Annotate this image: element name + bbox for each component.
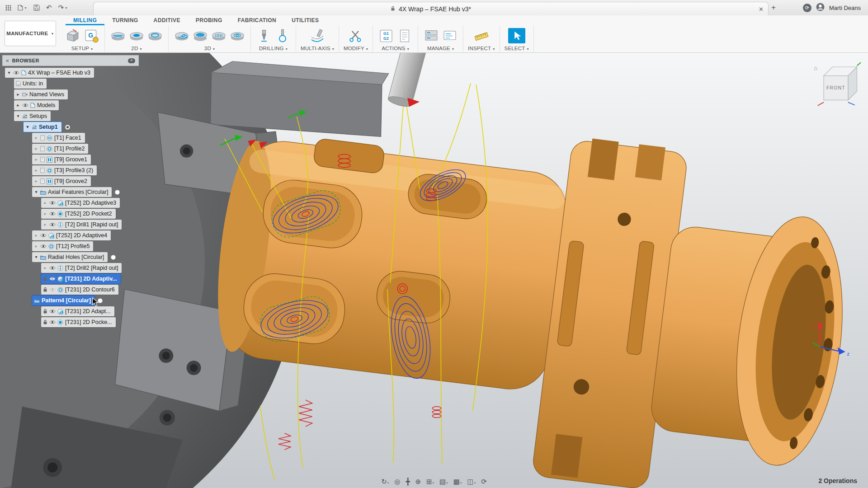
visibility-eye-icon[interactable] bbox=[40, 244, 47, 249]
tree-row-t2-drill2-rapid-out[interactable]: ▸[T2] Drill2 [Rapid out] bbox=[2, 263, 139, 273]
document-tab[interactable]: 4X Wrap – FSAE Hub v3* ✕ bbox=[93, 2, 769, 15]
post-g1g2-icon[interactable]: G1G2 bbox=[377, 28, 395, 43]
zoom-button[interactable]: ⊕ bbox=[414, 477, 422, 486]
browser-options-icon[interactable]: ≡ bbox=[128, 58, 135, 63]
ribbon-group-label-select[interactable]: SELECT bbox=[505, 46, 529, 51]
ribbon-tab-additive[interactable]: ADDITIVE bbox=[146, 15, 188, 25]
ribbon-group-label-2d[interactable]: 2D bbox=[131, 46, 142, 51]
pocket-3d-icon[interactable] bbox=[192, 28, 209, 43]
tree-row-t252-2d-adaptive4[interactable]: ▸[T252] 2D Adaptive4 bbox=[2, 230, 139, 241]
redo-icon[interactable]: ↷▼ bbox=[58, 4, 68, 12]
ribbon-group-label-modify[interactable]: MODIFY bbox=[344, 46, 368, 51]
tree-row-4x-wrap-fsae-hub-v3[interactable]: ▾4X Wrap – FSAE Hub v3 bbox=[2, 67, 139, 78]
visibility-eye-icon[interactable] bbox=[49, 309, 56, 314]
tree-row-axial-features-circular[interactable]: ▾Axial Features [Circular] bbox=[2, 187, 139, 197]
parallel-3d-icon[interactable] bbox=[210, 28, 227, 43]
tree-row-t231-2d-pocke[interactable]: [T231] 2D Pocke... bbox=[2, 317, 139, 328]
radio-selected-icon[interactable] bbox=[65, 124, 71, 130]
tree-row-t231-2d-adapt[interactable]: [T231] 2D Adapt... bbox=[2, 306, 139, 317]
ribbon-group-label-multi-axis[interactable]: MULTI-AXIS bbox=[301, 46, 334, 51]
tree-row-t252-2d-pocket2[interactable]: ▸[T252] 2D Pocket2 bbox=[2, 208, 139, 219]
ribbon-group-label-setup[interactable]: SETUP bbox=[71, 46, 93, 51]
measure-icon[interactable] bbox=[473, 28, 490, 43]
expand-arrow-icon[interactable]: ▸ bbox=[34, 168, 38, 173]
expand-arrow-icon[interactable]: ▾ bbox=[25, 125, 30, 129]
ribbon-tab-utilities[interactable]: UTILITIES bbox=[284, 15, 326, 25]
viewports-button[interactable]: ◫▾ bbox=[466, 477, 477, 486]
pocket-2d-icon[interactable] bbox=[128, 28, 145, 43]
tree-row-t252-2d-adaptive3[interactable]: ▸[T252] 2D Adaptive3 bbox=[2, 197, 139, 208]
select-cursor-icon[interactable] bbox=[508, 28, 525, 43]
job-status-icon[interactable]: ⟳ bbox=[803, 4, 811, 12]
swarf-icon[interactable] bbox=[309, 28, 326, 43]
app-grid-icon[interactable] bbox=[5, 5, 11, 11]
lock-icon[interactable] bbox=[43, 319, 47, 325]
tree-row-t1-profile2[interactable]: ▸[T1] Profile2 bbox=[2, 143, 139, 154]
bore-icon[interactable] bbox=[274, 28, 291, 43]
expand-arrow-icon[interactable]: ▸ bbox=[34, 146, 38, 151]
setup-sheet-icon[interactable] bbox=[396, 28, 413, 43]
save-icon[interactable] bbox=[33, 5, 40, 11]
tree-row-t231-2d-adaptiv[interactable]: [T231] 2D Adaptiv... bbox=[2, 273, 139, 284]
tree-row-t9-groove1[interactable]: ▸[T9] Groove1 bbox=[2, 154, 139, 165]
ribbon-group-label-3d[interactable]: 3D bbox=[204, 46, 215, 51]
tree-row-models[interactable]: ▸Models bbox=[2, 100, 139, 111]
tree-row-t3-profile3-2[interactable]: ▸[T3] Profile3 (2) bbox=[2, 165, 139, 176]
workspace-selector[interactable]: MANUFACTURE bbox=[5, 21, 56, 46]
expand-arrow-icon[interactable]: ▾ bbox=[16, 114, 20, 118]
expand-arrow-icon[interactable]: ▸ bbox=[34, 233, 38, 238]
drill-icon[interactable] bbox=[255, 28, 273, 43]
visibility-eye-icon[interactable] bbox=[22, 103, 28, 108]
visibility-off-icon[interactable] bbox=[49, 287, 56, 292]
new-tab-button[interactable]: + bbox=[771, 3, 776, 12]
trim-toolpath-icon[interactable] bbox=[347, 28, 364, 43]
expand-arrow-icon[interactable]: ▸ bbox=[43, 211, 47, 216]
ribbon-group-label-drilling[interactable]: DRILLING bbox=[259, 46, 288, 51]
post-process-icon[interactable]: G bbox=[83, 28, 100, 43]
tree-row-named-views[interactable]: ▸Named Views bbox=[2, 89, 139, 100]
lock-icon[interactable] bbox=[43, 276, 47, 282]
tree-row-t2-drill1-rapid-out[interactable]: ▸[T2] Drill1 [Rapid out] bbox=[2, 219, 139, 230]
fit-button[interactable]: ⊞▾ bbox=[425, 477, 435, 486]
expand-arrow-icon[interactable]: ▸ bbox=[43, 201, 47, 205]
radio-icon[interactable] bbox=[110, 254, 116, 260]
file-menu-icon[interactable]: ▼ bbox=[18, 5, 27, 11]
undo-icon[interactable]: ↶ bbox=[46, 4, 52, 12]
contour-2d-icon[interactable] bbox=[146, 28, 164, 43]
ribbon-tab-fabrication[interactable]: FABRICATION bbox=[230, 15, 284, 25]
user-name[interactable]: Marti Deans bbox=[829, 5, 861, 11]
visibility-eye-icon[interactable] bbox=[49, 222, 56, 227]
tree-row-units-in[interactable]: Units: in bbox=[2, 78, 139, 89]
collapse-arrow-icon[interactable]: ▸ bbox=[16, 103, 20, 108]
visibility-off-icon[interactable] bbox=[49, 277, 56, 281]
pan-button[interactable]: ╋ bbox=[404, 477, 411, 486]
orbit-button[interactable]: ↻▾ bbox=[380, 477, 390, 486]
tree-row-t12-profile5[interactable]: ▸[T12] Profile5 bbox=[2, 241, 139, 252]
ribbon-group-label-inspect[interactable]: INSPECT bbox=[468, 46, 495, 51]
expand-arrow-icon[interactable]: ▾ bbox=[34, 190, 38, 194]
tool-library-icon[interactable] bbox=[423, 28, 440, 43]
browser-header[interactable]: « BROWSER ≡ bbox=[2, 55, 139, 66]
visibility-eye-icon[interactable] bbox=[49, 211, 56, 216]
collapse-arrow-icon[interactable]: ▸ bbox=[16, 92, 20, 97]
tree-row-pattern4-circular[interactable]: Pattern4 [Circular] bbox=[2, 295, 139, 306]
expand-arrow-icon[interactable]: ▸ bbox=[34, 179, 38, 183]
avatar[interactable] bbox=[816, 3, 825, 13]
home-view-icon[interactable]: ⌂ bbox=[814, 65, 817, 71]
expand-arrow-icon[interactable]: ▸ bbox=[43, 222, 47, 227]
expand-arrow-icon[interactable]: ▾ bbox=[34, 255, 38, 259]
collapse-browser-icon[interactable]: « bbox=[6, 58, 9, 63]
visibility-eye-icon[interactable] bbox=[49, 320, 56, 324]
look-at-button[interactable]: ◎ bbox=[393, 477, 401, 486]
lock-icon[interactable] bbox=[43, 287, 47, 292]
tree-row-t1-face1[interactable]: ▸[T1] Face1 bbox=[2, 132, 139, 143]
radio-icon[interactable] bbox=[114, 189, 120, 195]
ribbon-group-label-actions[interactable]: ACTIONS bbox=[382, 46, 409, 51]
display-settings-button[interactable]: ▤▾ bbox=[438, 477, 449, 486]
tree-row-t9-groove2[interactable]: ▸[T9] Groove2 bbox=[2, 176, 139, 187]
tree-row-setup1[interactable]: ▾Setup1 bbox=[2, 122, 139, 132]
spiral-3d-icon[interactable] bbox=[229, 28, 246, 43]
ribbon-tab-turning[interactable]: TURNING bbox=[104, 15, 146, 25]
expand-arrow-icon[interactable]: ▸ bbox=[34, 136, 38, 140]
expand-arrow-icon[interactable]: ▸ bbox=[34, 157, 38, 162]
